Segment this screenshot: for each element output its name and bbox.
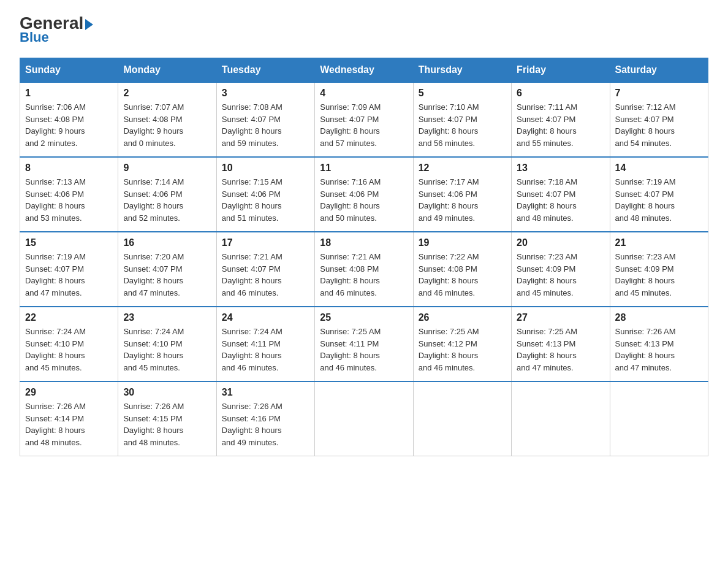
day-cell-12: 12 Sunrise: 7:17 AMSunset: 4:06 PMDaylig… <box>413 157 511 232</box>
day-cell-10: 10 Sunrise: 7:15 AMSunset: 4:06 PMDaylig… <box>216 157 314 232</box>
header-saturday: Saturday <box>610 58 708 83</box>
day-info: Sunrise: 7:16 AMSunset: 4:06 PMDaylight:… <box>320 177 381 223</box>
empty-cell <box>315 381 413 456</box>
day-info: Sunrise: 7:20 AMSunset: 4:07 PMDaylight:… <box>123 252 184 297</box>
day-cell-7: 7 Sunrise: 7:12 AMSunset: 4:07 PMDayligh… <box>610 82 708 157</box>
day-number: 26 <box>419 312 506 323</box>
header-thursday: Thursday <box>413 58 511 83</box>
day-number: 25 <box>320 312 408 323</box>
day-cell-13: 13 Sunrise: 7:18 AMSunset: 4:07 PMDaylig… <box>512 157 610 232</box>
day-info: Sunrise: 7:08 AMSunset: 4:07 PMDaylight:… <box>222 102 282 148</box>
day-info: Sunrise: 7:26 AMSunset: 4:13 PMDaylight:… <box>615 327 676 372</box>
day-cell-23: 23 Sunrise: 7:24 AMSunset: 4:10 PMDaylig… <box>118 307 216 381</box>
day-number: 6 <box>517 88 604 99</box>
day-info: Sunrise: 7:24 AMSunset: 4:11 PMDaylight:… <box>222 327 282 372</box>
day-info: Sunrise: 7:10 AMSunset: 4:07 PMDaylight:… <box>419 102 479 148</box>
day-info: Sunrise: 7:25 AMSunset: 4:11 PMDaylight:… <box>320 327 381 372</box>
day-cell-16: 16 Sunrise: 7:20 AMSunset: 4:07 PMDaylig… <box>118 232 216 307</box>
day-number: 12 <box>419 163 506 174</box>
day-info: Sunrise: 7:11 AMSunset: 4:07 PMDaylight:… <box>517 102 577 148</box>
calendar-table: SundayMondayTuesdayWednesdayThursdayFrid… <box>20 58 708 456</box>
day-number: 14 <box>615 163 703 174</box>
day-info: Sunrise: 7:24 AMSunset: 4:10 PMDaylight:… <box>25 327 86 372</box>
empty-cell <box>610 381 708 456</box>
day-number: 1 <box>25 88 113 99</box>
day-cell-8: 8 Sunrise: 7:13 AMSunset: 4:06 PMDayligh… <box>20 157 118 232</box>
day-info: Sunrise: 7:06 AMSunset: 4:08 PMDaylight:… <box>25 102 86 148</box>
empty-cell <box>512 381 610 456</box>
week-row-3: 15 Sunrise: 7:19 AMSunset: 4:07 PMDaylig… <box>20 232 708 307</box>
day-info: Sunrise: 7:13 AMSunset: 4:06 PMDaylight:… <box>25 177 86 223</box>
logo-line2: Blue <box>20 29 49 45</box>
day-number: 29 <box>25 387 113 398</box>
day-cell-26: 26 Sunrise: 7:25 AMSunset: 4:12 PMDaylig… <box>413 307 511 381</box>
week-row-4: 22 Sunrise: 7:24 AMSunset: 4:10 PMDaylig… <box>20 307 708 381</box>
day-cell-25: 25 Sunrise: 7:25 AMSunset: 4:11 PMDaylig… <box>315 307 413 381</box>
day-info: Sunrise: 7:26 AMSunset: 4:15 PMDaylight:… <box>123 402 184 447</box>
day-number: 30 <box>123 387 211 398</box>
header-monday: Monday <box>118 58 216 83</box>
day-number: 13 <box>517 163 604 174</box>
day-cell-9: 9 Sunrise: 7:14 AMSunset: 4:06 PMDayligh… <box>118 157 216 232</box>
day-number: 5 <box>419 88 506 99</box>
day-number: 17 <box>222 237 309 248</box>
day-info: Sunrise: 7:23 AMSunset: 4:09 PMDaylight:… <box>517 252 577 297</box>
day-cell-30: 30 Sunrise: 7:26 AMSunset: 4:15 PMDaylig… <box>118 381 216 456</box>
day-info: Sunrise: 7:14 AMSunset: 4:06 PMDaylight:… <box>123 177 184 223</box>
day-info: Sunrise: 7:26 AMSunset: 4:16 PMDaylight:… <box>222 402 282 447</box>
week-row-2: 8 Sunrise: 7:13 AMSunset: 4:06 PMDayligh… <box>20 157 708 232</box>
day-cell-14: 14 Sunrise: 7:19 AMSunset: 4:07 PMDaylig… <box>610 157 708 232</box>
day-number: 23 <box>123 312 211 323</box>
day-number: 15 <box>25 237 113 248</box>
day-cell-22: 22 Sunrise: 7:24 AMSunset: 4:10 PMDaylig… <box>20 307 118 381</box>
day-info: Sunrise: 7:23 AMSunset: 4:09 PMDaylight:… <box>615 252 676 297</box>
day-number: 27 <box>517 312 604 323</box>
day-number: 16 <box>123 237 211 248</box>
day-cell-20: 20 Sunrise: 7:23 AMSunset: 4:09 PMDaylig… <box>512 232 610 307</box>
week-row-5: 29 Sunrise: 7:26 AMSunset: 4:14 PMDaylig… <box>20 381 708 456</box>
day-info: Sunrise: 7:19 AMSunset: 4:07 PMDaylight:… <box>615 177 676 223</box>
day-number: 3 <box>222 88 309 99</box>
day-cell-4: 4 Sunrise: 7:09 AMSunset: 4:07 PMDayligh… <box>315 82 413 157</box>
day-info: Sunrise: 7:07 AMSunset: 4:08 PMDaylight:… <box>123 102 184 148</box>
day-number: 31 <box>222 387 309 398</box>
day-cell-31: 31 Sunrise: 7:26 AMSunset: 4:16 PMDaylig… <box>216 381 314 456</box>
day-number: 11 <box>320 163 408 174</box>
day-number: 9 <box>123 163 211 174</box>
day-info: Sunrise: 7:26 AMSunset: 4:14 PMDaylight:… <box>25 402 86 447</box>
day-info: Sunrise: 7:21 AMSunset: 4:07 PMDaylight:… <box>222 252 282 297</box>
day-number: 22 <box>25 312 113 323</box>
day-cell-18: 18 Sunrise: 7:21 AMSunset: 4:08 PMDaylig… <box>315 232 413 307</box>
day-number: 20 <box>517 237 604 248</box>
day-number: 10 <box>222 163 309 174</box>
header-row: SundayMondayTuesdayWednesdayThursdayFrid… <box>20 58 708 83</box>
day-cell-27: 27 Sunrise: 7:25 AMSunset: 4:13 PMDaylig… <box>512 307 610 381</box>
day-number: 7 <box>615 88 703 99</box>
day-cell-17: 17 Sunrise: 7:21 AMSunset: 4:07 PMDaylig… <box>216 232 314 307</box>
day-cell-3: 3 Sunrise: 7:08 AMSunset: 4:07 PMDayligh… <box>216 82 314 157</box>
day-number: 18 <box>320 237 408 248</box>
day-number: 28 <box>615 312 703 323</box>
day-cell-29: 29 Sunrise: 7:26 AMSunset: 4:14 PMDaylig… <box>20 381 118 456</box>
day-number: 4 <box>320 88 408 99</box>
day-cell-21: 21 Sunrise: 7:23 AMSunset: 4:09 PMDaylig… <box>610 232 708 307</box>
week-row-1: 1 Sunrise: 7:06 AMSunset: 4:08 PMDayligh… <box>20 82 708 157</box>
day-info: Sunrise: 7:12 AMSunset: 4:07 PMDaylight:… <box>615 102 676 148</box>
day-info: Sunrise: 7:18 AMSunset: 4:07 PMDaylight:… <box>517 177 577 223</box>
page-header: General Blue <box>20 15 708 45</box>
logo: General Blue <box>20 15 93 45</box>
day-info: Sunrise: 7:22 AMSunset: 4:08 PMDaylight:… <box>419 252 479 297</box>
day-info: Sunrise: 7:19 AMSunset: 4:07 PMDaylight:… <box>25 252 86 297</box>
day-info: Sunrise: 7:09 AMSunset: 4:07 PMDaylight:… <box>320 102 381 148</box>
empty-cell <box>413 381 511 456</box>
day-cell-28: 28 Sunrise: 7:26 AMSunset: 4:13 PMDaylig… <box>610 307 708 381</box>
header-sunday: Sunday <box>20 58 118 83</box>
day-number: 21 <box>615 237 703 248</box>
header-wednesday: Wednesday <box>315 58 413 83</box>
day-number: 19 <box>419 237 506 248</box>
day-info: Sunrise: 7:24 AMSunset: 4:10 PMDaylight:… <box>123 327 184 372</box>
day-number: 8 <box>25 163 113 174</box>
day-info: Sunrise: 7:15 AMSunset: 4:06 PMDaylight:… <box>222 177 282 223</box>
day-cell-2: 2 Sunrise: 7:07 AMSunset: 4:08 PMDayligh… <box>118 82 216 157</box>
day-cell-5: 5 Sunrise: 7:10 AMSunset: 4:07 PMDayligh… <box>413 82 511 157</box>
